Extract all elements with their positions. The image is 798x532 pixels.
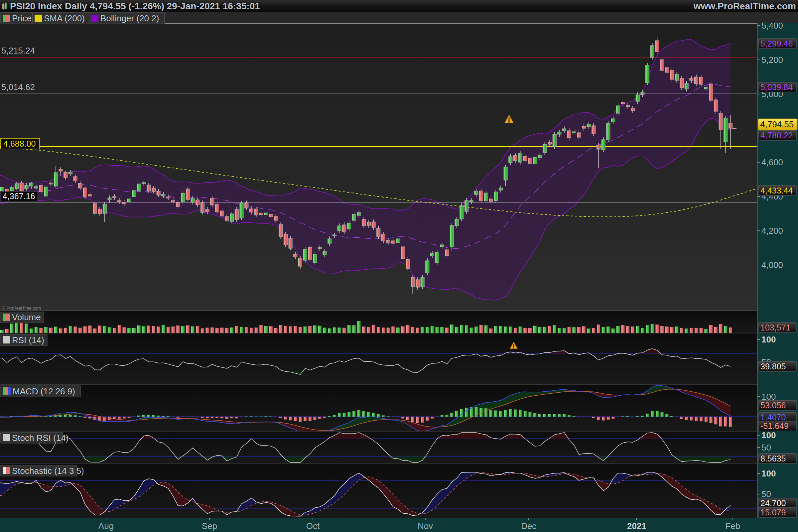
svg-text:Feb: Feb — [725, 521, 740, 531]
svg-text:5,200: 5,200 — [761, 55, 783, 65]
svg-text:103,571: 103,571 — [760, 323, 790, 332]
svg-text:4,000: 4,000 — [761, 260, 783, 270]
svg-text:4,794.55: 4,794.55 — [760, 119, 794, 129]
svg-text:Stoch RSI (14): Stoch RSI (14) — [12, 433, 69, 443]
svg-text:-51.649: -51.649 — [760, 421, 789, 431]
svg-text:Oct: Oct — [306, 521, 320, 531]
svg-text:MACD (12 26 9): MACD (12 26 9) — [13, 386, 75, 396]
svg-text:4,688.00: 4,688.00 — [3, 139, 36, 148]
svg-text:Stochastic (14 3 5): Stochastic (14 3 5) — [12, 466, 84, 476]
svg-text:53.056: 53.056 — [760, 401, 786, 410]
svg-text:Sep: Sep — [202, 521, 217, 531]
svg-text:Nov: Nov — [418, 521, 433, 531]
svg-text:SMA (200): SMA (200) — [44, 13, 85, 23]
svg-text:100: 100 — [761, 469, 776, 478]
svg-text:39.805: 39.805 — [760, 362, 786, 371]
svg-text:Volume: Volume — [12, 312, 41, 322]
svg-text:Aug: Aug — [98, 521, 114, 531]
svg-text:5,299.46: 5,299.46 — [760, 39, 793, 48]
svg-text:8.5635: 8.5635 — [760, 454, 786, 463]
svg-text:15.079: 15.079 — [760, 508, 786, 517]
svg-text:5,039.84: 5,039.84 — [760, 82, 793, 92]
svg-text:PSI20 Index Daily 4,794.55 (-1: PSI20 Index Daily 4,794.55 (-1.26%) 29-J… — [10, 1, 260, 11]
svg-text:100: 100 — [761, 430, 776, 440]
svg-text:50: 50 — [761, 442, 771, 453]
svg-text:Price: Price — [12, 13, 32, 23]
svg-text:RSI (14): RSI (14) — [12, 335, 44, 345]
svg-text:www.ProRealTime.com: www.ProRealTime.com — [693, 1, 796, 11]
svg-text:24.700: 24.700 — [760, 498, 786, 508]
svg-text:5,215.24: 5,215.24 — [1, 45, 35, 56]
svg-text:4,780.22: 4,780.22 — [760, 131, 793, 140]
svg-text:5,400: 5,400 — [761, 21, 783, 31]
svg-text:4,200: 4,200 — [761, 226, 783, 236]
svg-text:1.4070: 1.4070 — [760, 413, 786, 422]
svg-text:4,433.44: 4,433.44 — [760, 186, 793, 195]
svg-text:Bollinger (20 2): Bollinger (20 2) — [100, 13, 159, 23]
svg-text:© ProRealTime.com: © ProRealTime.com — [2, 306, 41, 310]
svg-text:4,600: 4,600 — [761, 157, 783, 167]
svg-text:50: 50 — [761, 489, 771, 499]
svg-text:2021: 2021 — [627, 521, 646, 531]
svg-text:5,014.62: 5,014.62 — [1, 82, 35, 92]
svg-text:Dec: Dec — [521, 521, 536, 531]
svg-text:4,367.16: 4,367.16 — [3, 191, 35, 201]
svg-text:100: 100 — [761, 335, 776, 344]
